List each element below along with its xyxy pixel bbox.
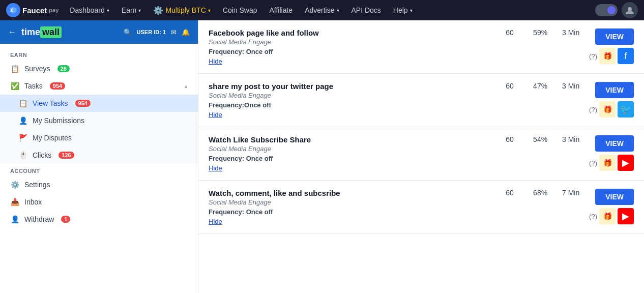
help-icon[interactable]: (?)	[589, 106, 597, 113]
sidebar-item-withdraw[interactable]: 👤 Withdraw 1	[0, 211, 198, 228]
nav-help[interactable]: Help ▾	[388, 0, 418, 20]
sidebar-item-clicks[interactable]: 🖱️ Clicks 126	[0, 146, 198, 164]
my-disputes-label: My Disputes	[33, 134, 72, 142]
task-frequency: Frequency: Once off	[209, 48, 491, 55]
my-disputes-icon: 🚩	[18, 133, 27, 142]
back-button[interactable]: ←	[8, 27, 16, 37]
task-reward: 60	[500, 135, 520, 143]
logo-text: Faucet	[22, 6, 47, 15]
chevron-down-icon: ▾	[337, 8, 339, 13]
inbox-label: Inbox	[24, 198, 42, 206]
help-icon[interactable]: (?)	[589, 213, 597, 220]
mail-icon[interactable]: ✉	[171, 28, 177, 36]
task-icons: (?) 🎁 ▶	[589, 208, 634, 224]
task-title: share my post to your twitter page	[209, 82, 491, 91]
timewall-header: ← timewall 🔍 USER ID: 1 ✉ 🔔	[0, 20, 198, 44]
task-info: Watch Like Subscribe Share Social Media …	[209, 135, 491, 172]
reward-icon: 🎁	[599, 208, 616, 224]
task-actions: VIEW (?) 🎁 f	[589, 28, 634, 64]
nav-coin-swap[interactable]: Coin Swap	[218, 0, 262, 20]
account-section-label: ACCOUNT	[0, 164, 198, 176]
view-button[interactable]: VIEW	[595, 189, 634, 205]
task-completion: 68%	[530, 189, 550, 197]
table-row: share my post to your twitter page Socia…	[198, 74, 644, 127]
chevron-down-icon: ▾	[410, 8, 413, 13]
bell-icon[interactable]: 🔔	[182, 28, 190, 36]
reward-icon: 🎁	[599, 155, 616, 171]
nav-earn[interactable]: Earn ▾	[116, 0, 147, 20]
task-frequency: Frequency:Once off	[209, 101, 491, 109]
task-time: 3 Min	[561, 82, 581, 90]
view-button[interactable]: VIEW	[595, 135, 634, 152]
view-tasks-icon: 📋	[18, 99, 27, 108]
task-subtitle: Social Media Engage	[209, 38, 491, 46]
avatar[interactable]	[622, 2, 638, 18]
task-actions: VIEW (?) 🎁 🐦	[589, 82, 634, 118]
chevron-down-icon: ▾	[107, 8, 109, 13]
sidebar-item-surveys[interactable]: 📋 Surveys 26	[0, 60, 198, 77]
task-title: Facebook page like and follow	[209, 28, 491, 37]
task-time: 7 Min	[561, 189, 581, 197]
sidebar-item-inbox[interactable]: 📥 Inbox	[0, 193, 198, 211]
theme-toggle[interactable]	[595, 4, 618, 16]
sidebar-item-tasks[interactable]: ✅ Tasks 954 ▴	[0, 77, 198, 95]
sidebar-item-settings[interactable]: ⚙️ Settings	[0, 176, 198, 193]
task-time: 3 Min	[561, 28, 581, 37]
sidebar-item-view-tasks[interactable]: 📋 View Tasks 954	[0, 95, 198, 112]
tasks-submenu: 📋 View Tasks 954 👤 My Submissions 🚩 My D…	[0, 95, 198, 164]
hide-link[interactable]: Hide	[209, 111, 491, 119]
task-completion: 59%	[530, 28, 550, 37]
help-icon[interactable]: (?)	[589, 52, 597, 60]
task-title: Watch, comment, like and subcsribe	[209, 189, 491, 197]
task-completion: 54%	[530, 135, 550, 143]
hide-link[interactable]: Hide	[209, 164, 491, 172]
task-stats: 60 68% 7 Min	[500, 189, 581, 197]
surveys-badge: 26	[57, 65, 70, 72]
view-tasks-badge: 954	[75, 100, 91, 107]
left-sidebar: ← timewall 🔍 USER ID: 1 ✉ 🔔 EARN 📋 Surve…	[0, 20, 198, 293]
my-submissions-label: My Submissions	[33, 116, 84, 125]
inbox-icon: 📥	[10, 197, 19, 207]
nav-multiply-btc[interactable]: ⚙️ Multiply BTC ▾	[148, 0, 215, 20]
frequency-label: Frequency:	[209, 208, 244, 216]
nav-advertise[interactable]: Advertise ▾	[300, 0, 344, 20]
timewall-time-text: time	[21, 27, 40, 38]
task-list: Facebook page like and follow Social Med…	[198, 20, 644, 234]
withdraw-badge: 1	[61, 216, 70, 223]
nav-dashboard[interactable]: Dashboard ▾	[65, 0, 114, 20]
my-submissions-icon: 👤	[18, 116, 27, 125]
view-button[interactable]: VIEW	[595, 82, 634, 98]
task-info: Watch, comment, like and subcsribe Socia…	[209, 189, 491, 225]
table-row: Watch Like Subscribe Share Social Media …	[198, 127, 644, 181]
view-button[interactable]: VIEW	[595, 28, 634, 45]
task-reward: 60	[500, 28, 520, 37]
search-icon[interactable]: 🔍	[124, 28, 132, 36]
clicks-icon: 🖱️	[18, 151, 27, 160]
task-reward: 60	[500, 82, 520, 90]
nav-affiliate[interactable]: Affiliate	[264, 0, 298, 20]
hide-link[interactable]: Hide	[209, 218, 491, 225]
facebook-icon: f	[618, 48, 634, 64]
hide-link[interactable]: Hide	[209, 57, 491, 65]
help-icon[interactable]: (?)	[589, 159, 597, 167]
youtube-icon: ▶	[618, 155, 634, 171]
task-completion: 47%	[530, 82, 550, 90]
table-row: Facebook page like and follow Social Med…	[198, 20, 644, 74]
sidebar-item-my-disputes[interactable]: 🚩 My Disputes	[0, 129, 198, 146]
task-reward: 60	[500, 189, 520, 197]
tasks-badge: 954	[50, 82, 65, 90]
settings-icon: ⚙️	[10, 180, 19, 189]
clicks-label: Clicks	[33, 151, 51, 159]
table-row: Watch, comment, like and subcsribe Socia…	[198, 181, 644, 234]
sidebar-item-my-submissions[interactable]: 👤 My Submissions	[0, 112, 198, 129]
clicks-badge: 126	[58, 152, 74, 159]
task-stats: 60 47% 3 Min	[500, 82, 581, 90]
task-subtitle: Social Media Engage	[209, 145, 491, 153]
nav-api-docs[interactable]: API Docs	[346, 0, 386, 20]
sidebar-nav: EARN 📋 Surveys 26 ✅ Tasks 954 ▴	[0, 44, 198, 232]
surveys-label: Surveys	[24, 65, 50, 73]
frequency-label: Frequency:	[209, 155, 244, 162]
task-actions: VIEW (?) 🎁 ▶	[589, 189, 634, 224]
tasks-icon: ✅	[10, 81, 19, 91]
logo[interactable]: ₿ Faucetpay	[6, 3, 58, 17]
